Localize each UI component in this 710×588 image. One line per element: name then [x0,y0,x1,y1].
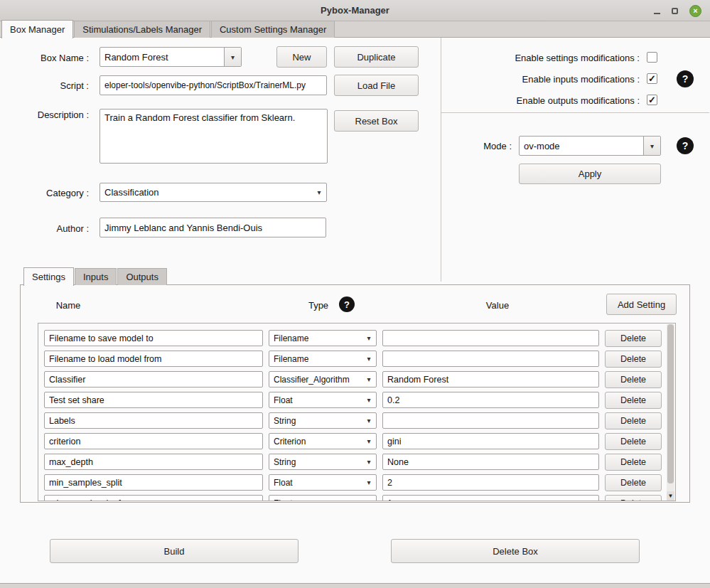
delete-setting-button[interactable]: Delete [605,474,662,491]
enable-settings-label: Enable settings modifications : [441,53,640,63]
setting-type-value: Float [269,478,362,488]
category-label: Category : [0,188,89,198]
table-row: Float ▾ Delete [38,493,675,501]
setting-name-input[interactable] [44,495,263,501]
setting-name-input[interactable] [44,330,263,346]
setting-name-input[interactable] [44,454,263,470]
category-select[interactable]: Classification ▾ [99,183,327,202]
tab-settings[interactable]: Settings [23,267,74,286]
new-button[interactable]: New [276,46,327,68]
delete-setting-button[interactable]: Delete [605,371,662,388]
table-row: Filename ▾ Delete [38,348,675,369]
table-row: Criterion ▾ Delete [38,431,675,451]
setting-type-select[interactable]: String ▾ [269,412,377,429]
chevron-down-icon: ▾ [643,137,660,155]
scroll-down-icon[interactable]: ▼ [667,491,674,501]
delete-setting-button[interactable]: Delete [605,412,662,429]
description-textarea[interactable]: Train a Random Forest classifier from Sk… [99,109,328,164]
horizontal-divider [441,112,709,113]
delete-setting-button[interactable]: Delete [605,351,662,368]
tab-custom-settings-manager[interactable]: Custom Settings Manager [211,21,335,38]
enable-inputs-label: Enable inputs modifications : [441,74,640,85]
enable-inputs-checkbox[interactable]: ✓ [647,73,657,84]
name-column-header: Name [47,300,90,311]
mode-select[interactable]: ov-mode ▾ [519,136,661,156]
chevron-down-icon: ▾ [224,48,241,66]
chevron-down-icon: ▾ [362,499,376,501]
setting-type-select[interactable]: Float ▾ [269,474,377,491]
script-label: Script : [0,80,89,91]
enable-outputs-checkbox[interactable]: ✓ [647,95,657,105]
delete-box-button[interactable]: Delete Box [391,539,640,563]
settings-panel: Name Type ? Value Add Setting Filename ▾… [20,284,690,503]
setting-value-input[interactable] [382,371,599,387]
load-file-button[interactable]: Load File [334,75,419,96]
setting-name-input[interactable] [44,433,263,449]
setting-type-select[interactable]: Float ▾ [269,495,377,501]
delete-setting-button[interactable]: Delete [605,495,662,501]
table-row: Float ▾ Delete [38,472,675,493]
setting-type-value: Filename [269,333,362,343]
modifications-help-icon[interactable]: ? [677,70,694,87]
scrollbar-thumb[interactable] [667,324,674,483]
chevron-down-icon: ▾ [362,396,376,404]
mode-help-icon[interactable]: ? [677,137,694,154]
author-input[interactable] [99,218,326,237]
app-window: Pybox-Manager × Box Manager Stimulations… [0,0,710,588]
setting-type-select[interactable]: Classifier_Algorithm ▾ [269,371,377,387]
chevron-down-icon: ▾ [312,188,326,196]
setting-value-input[interactable] [382,330,599,346]
add-setting-button[interactable]: Add Setting [606,294,677,315]
type-help-icon[interactable]: ? [339,296,355,312]
tab-stimulations-labels-manager[interactable]: Stimulations/Labels Manager [74,21,210,38]
main-tabbar: Box Manager Stimulations/Labels Manager … [0,21,335,38]
enable-settings-checkbox[interactable] [647,52,657,63]
setting-type-select[interactable]: Criterion ▾ [269,433,377,449]
scrollbar[interactable]: ▼ [667,324,674,501]
close-button[interactable]: × [689,5,701,17]
setting-type-value: Float [269,395,362,405]
setting-type-value: String [269,416,362,426]
chevron-down-icon: ▾ [362,417,376,424]
apply-button[interactable]: Apply [519,164,661,184]
delete-setting-button[interactable]: Delete [605,454,662,471]
setting-type-select[interactable]: Float ▾ [269,392,377,408]
reset-box-button[interactable]: Reset Box [334,110,419,132]
setting-name-input[interactable] [44,371,263,387]
setting-type-select[interactable]: Filename ▾ [269,351,377,367]
box-manager-panel: Box Name : Random Forest ▾ New Duplicate… [0,37,710,584]
setting-value-input[interactable] [382,474,599,491]
box-name-select[interactable]: Random Forest ▾ [99,47,242,67]
build-button[interactable]: Build [50,539,298,563]
setting-value-input[interactable] [382,351,599,367]
value-column-header: Value [476,300,519,311]
chevron-down-icon: ▾ [362,334,376,342]
setting-name-input[interactable] [44,392,263,408]
minimize-button[interactable] [654,4,660,17]
setting-type-select[interactable]: String ▾ [269,454,377,470]
tab-inputs[interactable]: Inputs [75,268,117,285]
chevron-down-icon: ▾ [362,375,376,383]
sub-tabbar: Settings Inputs Outputs [22,269,168,285]
setting-type-select[interactable]: Filename ▾ [269,330,377,346]
table-row: Classifier_Algorithm ▾ Delete [38,369,675,390]
setting-value-input[interactable] [382,454,599,470]
delete-setting-button[interactable]: Delete [605,392,662,409]
duplicate-button[interactable]: Duplicate [334,46,419,68]
script-input[interactable] [99,75,327,95]
setting-value-input[interactable] [382,433,599,449]
setting-name-input[interactable] [44,474,263,491]
maximize-button[interactable] [672,4,678,17]
delete-setting-button[interactable]: Delete [605,330,662,347]
tab-box-manager[interactable]: Box Manager [1,20,73,38]
setting-value-input[interactable] [382,412,599,429]
setting-name-input[interactable] [44,412,263,429]
tab-outputs[interactable]: Outputs [117,268,167,285]
delete-setting-button[interactable]: Delete [605,433,662,450]
titlebar: Pybox-Manager × [0,0,710,21]
setting-name-input[interactable] [44,351,263,367]
type-column-header: Type [297,300,340,311]
setting-value-input[interactable] [382,392,599,408]
setting-value-input[interactable] [382,495,599,501]
box-name-label: Box Name : [0,53,89,63]
